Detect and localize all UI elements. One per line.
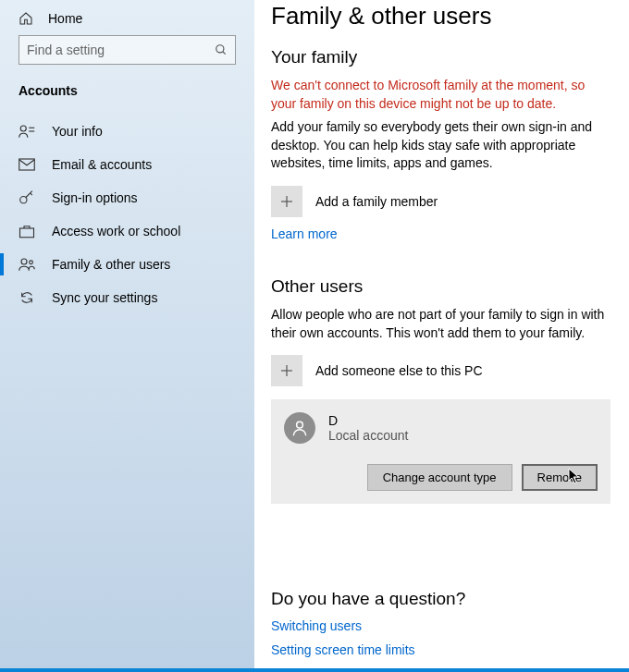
home-label: Home bbox=[48, 11, 82, 26]
family-body-text: Add your family so everybody gets their … bbox=[271, 118, 610, 173]
home-icon bbox=[18, 11, 33, 26]
question-heading: Do you have a question? bbox=[271, 589, 610, 609]
sync-icon bbox=[18, 290, 35, 305]
svg-point-14 bbox=[297, 422, 303, 428]
sidebar-item-label: Access work or school bbox=[52, 224, 180, 238]
family-heading: Your family bbox=[271, 47, 610, 67]
sidebar-item-signin-options[interactable]: Sign-in options bbox=[0, 181, 254, 214]
sidebar-item-access-work-school[interactable]: Access work or school bbox=[0, 214, 254, 248]
briefcase-icon bbox=[18, 224, 35, 238]
help-link-switching-users[interactable]: Switching users bbox=[271, 618, 610, 633]
change-account-type-button[interactable]: Change account type bbox=[367, 464, 512, 491]
sidebar-item-label: Sync your settings bbox=[52, 290, 157, 305]
add-other-user-label: Add someone else to this PC bbox=[315, 363, 483, 378]
search-input[interactable] bbox=[18, 35, 236, 65]
other-users-body-text: Allow people who are not part of your fa… bbox=[271, 306, 610, 342]
sidebar: Home Accounts Your info Email & accounts bbox=[0, 0, 254, 668]
mail-icon bbox=[18, 158, 35, 171]
remove-button[interactable]: Remove bbox=[522, 464, 598, 491]
svg-point-0 bbox=[216, 45, 224, 53]
user-type: Local account bbox=[328, 428, 408, 443]
sidebar-item-label: Family & other users bbox=[52, 257, 170, 272]
taskbar-edge bbox=[0, 668, 629, 672]
sidebar-item-sync-settings[interactable]: Sync your settings bbox=[0, 281, 254, 314]
svg-rect-7 bbox=[20, 228, 34, 238]
other-users-heading: Other users bbox=[271, 276, 610, 297]
people-icon bbox=[18, 257, 35, 272]
sidebar-item-your-info[interactable]: Your info bbox=[0, 115, 254, 148]
home-button[interactable]: Home bbox=[0, 7, 254, 35]
user-card[interactable]: D Local account Change account type Remo… bbox=[271, 399, 610, 504]
your-info-icon bbox=[18, 124, 35, 139]
add-family-label: Add a family member bbox=[315, 194, 438, 209]
avatar bbox=[284, 412, 315, 444]
key-icon bbox=[18, 190, 35, 205]
sidebar-item-label: Sign-in options bbox=[52, 190, 138, 205]
plus-icon bbox=[279, 363, 294, 378]
sidebar-item-label: Email & accounts bbox=[52, 157, 152, 172]
svg-point-2 bbox=[20, 126, 26, 131]
add-family-member-button[interactable] bbox=[271, 186, 302, 217]
svg-point-9 bbox=[30, 261, 33, 264]
learn-more-link[interactable]: Learn more bbox=[271, 226, 338, 241]
plus-icon bbox=[279, 194, 294, 209]
search-field[interactable] bbox=[27, 43, 215, 57]
help-link-screen-time[interactable]: Setting screen time limits bbox=[271, 642, 610, 657]
search-icon bbox=[215, 43, 228, 56]
person-icon bbox=[290, 419, 309, 437]
svg-rect-5 bbox=[19, 159, 35, 170]
sidebar-item-label: Your info bbox=[52, 124, 103, 139]
main-content: Family & other users Your family We can'… bbox=[254, 0, 629, 668]
family-error-text: We can't connect to Microsoft family at … bbox=[271, 77, 610, 113]
category-heading: Accounts bbox=[0, 78, 254, 115]
svg-line-1 bbox=[223, 52, 226, 55]
sidebar-item-family-other-users[interactable]: Family & other users bbox=[0, 248, 254, 281]
sidebar-item-email-accounts[interactable]: Email & accounts bbox=[0, 148, 254, 181]
svg-point-8 bbox=[21, 259, 27, 264]
user-name: D bbox=[328, 413, 408, 428]
add-other-user-button[interactable] bbox=[271, 355, 302, 386]
page-title: Family & other users bbox=[271, 2, 610, 31]
